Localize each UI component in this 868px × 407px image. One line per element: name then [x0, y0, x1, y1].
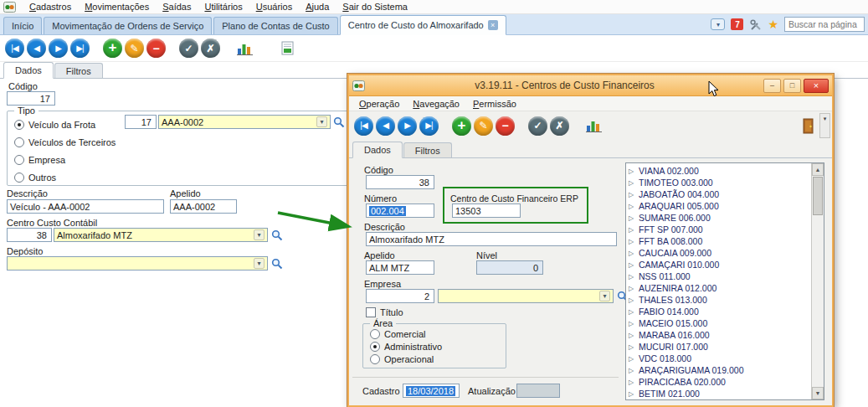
tipo-radio-option[interactable]: Veículos de Terceiros [14, 133, 349, 151]
expand-arrow-icon[interactable]: ▷ [629, 238, 635, 245]
tree-node[interactable]: ▷ PIRACICABA 020.000 [629, 376, 824, 388]
veiculo-codigo-field[interactable]: 17 [125, 115, 157, 129]
expand-arrow-icon[interactable]: ▷ [629, 390, 635, 398]
collapse-panel-icon[interactable]: ▾ [711, 18, 725, 30]
tree-node[interactable]: ▷ BETIM 021.000 [629, 388, 824, 399]
tree-node[interactable]: ▷ ARAÇARIGUAMA 019.000 [629, 364, 824, 376]
dialog-titlebar[interactable]: v3.19.11 - Centros de Custo Financeiros … [349, 75, 832, 96]
edit-record-button[interactable]: ✎ [125, 39, 144, 58]
expand-arrow-icon[interactable]: ▷ [629, 343, 635, 351]
subtab[interactable]: Dados [3, 62, 54, 79]
titulo-checkbox[interactable]: Título [366, 307, 403, 317]
expand-arrow-icon[interactable]: ▷ [629, 379, 635, 386]
first-record-button[interactable]: |◀ [5, 39, 24, 58]
scroll-up-icon[interactable]: ▲ [812, 163, 824, 176]
expand-arrow-icon[interactable]: ▷ [629, 191, 635, 198]
expand-arrow-icon[interactable]: ▷ [629, 214, 635, 222]
expand-arrow-icon[interactable]: ▷ [629, 179, 635, 187]
chart-icon[interactable] [237, 41, 253, 56]
last-record-button[interactable]: ▶| [70, 39, 90, 58]
maximize-button[interactable]: □ [783, 79, 801, 93]
subtab[interactable]: Dados [352, 142, 403, 158]
ccc-codigo-field[interactable]: 38 [7, 228, 52, 242]
menu-item[interactable]: Saídas [156, 1, 198, 13]
tree-node[interactable]: ▷ CAMAÇARI 010.000 [629, 259, 824, 270]
tree-node[interactable]: ▷ VIANA 002.000 [629, 165, 824, 177]
tree-node[interactable]: ▷ VDC 018.000 [629, 353, 824, 364]
exit-door-icon[interactable] [802, 118, 816, 134]
expand-arrow-icon[interactable]: ▷ [629, 308, 635, 316]
expand-arrow-icon[interactable]: ▷ [629, 296, 635, 304]
delete-record-button[interactable]: − [496, 116, 515, 136]
dlg-numero-field[interactable]: 002.004 [366, 204, 434, 218]
veiculo-combo[interactable]: AAA-0002 ▾ [158, 115, 331, 129]
expand-arrow-icon[interactable]: ▷ [629, 332, 635, 339]
tipo-radio-option[interactable]: Empresa [14, 151, 349, 168]
tree-node[interactable]: ▷ JABOATÃO 004.000 [629, 188, 824, 200]
area-radio-option[interactable]: Operacional [370, 353, 506, 365]
menu-item[interactable]: Permissão [466, 98, 523, 110]
dlg-apelido-field[interactable]: ALM MTZ [366, 260, 434, 275]
expand-arrow-icon[interactable]: ▷ [629, 355, 635, 363]
menu-item[interactable]: Movimentações [78, 1, 156, 13]
dlg-cadastro-field[interactable]: 18/03/2018 [403, 384, 460, 398]
tree-node[interactable]: ▷ FFT BA 008.000 [629, 235, 824, 247]
dlg-descricao-field[interactable]: Almoxarifado MTZ [366, 232, 617, 246]
descricao-field[interactable]: Veículo - AAA-0002 [7, 199, 164, 214]
dropdown-arrow-icon[interactable]: ▾ [316, 116, 327, 127]
tree-node[interactable]: ▷ ARAQUARI 005.000 [629, 200, 824, 212]
menu-item[interactable]: Ajuda [299, 1, 336, 13]
expand-arrow-icon[interactable]: ▷ [629, 226, 635, 234]
tree-node[interactable]: ▷ FFT SP 007.000 [629, 224, 824, 235]
tree-scrollbar[interactable]: ▲ ▼ [811, 163, 824, 399]
tree-node[interactable]: ▷ CAUCAIA 009.000 [629, 247, 824, 259]
subtab[interactable]: Filtros [403, 142, 452, 157]
tipo-radio-option[interactable]: Outros [14, 168, 349, 186]
dropdown-arrow-icon[interactable]: ▾ [254, 258, 265, 269]
expand-arrow-icon[interactable]: ▷ [629, 285, 635, 292]
expand-arrow-icon[interactable]: ▷ [629, 203, 635, 210]
scrollbar-thumb[interactable] [813, 177, 823, 215]
favorite-star-icon[interactable]: ★ [768, 18, 778, 30]
menu-item[interactable]: Utilitários [198, 1, 249, 13]
cancel-button[interactable]: ✗ [550, 116, 569, 136]
confirm-button[interactable]: ✓ [528, 116, 547, 136]
delete-record-button[interactable]: − [146, 39, 166, 58]
tree-node[interactable]: ▷ MACEIO 015.000 [629, 317, 824, 329]
tree-node[interactable]: ▷ AUZENIRA 012.000 [629, 282, 824, 294]
tools-icon[interactable] [749, 18, 762, 31]
scroll-down-icon[interactable]: ▼ [812, 387, 824, 399]
search-input[interactable] [784, 17, 865, 32]
previous-record-button[interactable]: ◀ [27, 39, 46, 58]
expand-arrow-icon[interactable]: ▷ [629, 320, 635, 327]
add-record-button[interactable]: + [103, 39, 122, 58]
chart-icon[interactable] [586, 118, 602, 133]
expand-arrow-icon[interactable]: ▷ [629, 367, 635, 374]
first-record-button[interactable]: |◀ [354, 116, 373, 136]
codigo-field[interactable]: 17 [7, 91, 55, 106]
minimize-button[interactable]: – [763, 79, 781, 93]
menu-item[interactable]: Navegação [406, 98, 466, 110]
tree-node[interactable]: ▷ TIMOTEO 003.000 [629, 177, 824, 188]
next-record-button[interactable]: ▶ [398, 116, 417, 136]
expand-arrow-icon[interactable]: ▷ [629, 167, 635, 175]
dlg-ccf-erp-field[interactable]: 13503 [452, 204, 521, 218]
dlg-codigo-field[interactable]: 38 [366, 175, 434, 189]
dlg-empresa-combo[interactable]: ▾ [438, 289, 614, 303]
next-record-button[interactable]: ▶ [49, 39, 68, 58]
menu-item[interactable]: Cadastros [23, 1, 78, 13]
menu-item[interactable]: Usuários [249, 1, 299, 13]
search-lookup-icon[interactable] [271, 229, 283, 241]
tab-close-icon[interactable]: × [488, 20, 498, 30]
tab[interactable]: Movimentação de Ordens de Serviço × [44, 17, 212, 34]
tab[interactable]: Plano de Contas de Custo × [213, 17, 337, 34]
ccc-combo[interactable]: Almoxarifado MTZ ▾ [54, 228, 268, 242]
tree-node[interactable]: ▷ NSS 011.000 [629, 270, 824, 282]
cancel-button[interactable]: ✗ [201, 39, 220, 58]
confirm-button[interactable]: ✓ [179, 39, 198, 58]
dropdown-arrow-icon[interactable]: ▾ [599, 291, 610, 301]
area-radio-option[interactable]: Administrativo [370, 340, 506, 353]
dropdown-arrow-icon[interactable]: ▾ [254, 229, 265, 240]
subtab[interactable]: Filtros [54, 63, 103, 78]
tree-node[interactable]: ▷ MARABA 016.000 [629, 329, 824, 341]
